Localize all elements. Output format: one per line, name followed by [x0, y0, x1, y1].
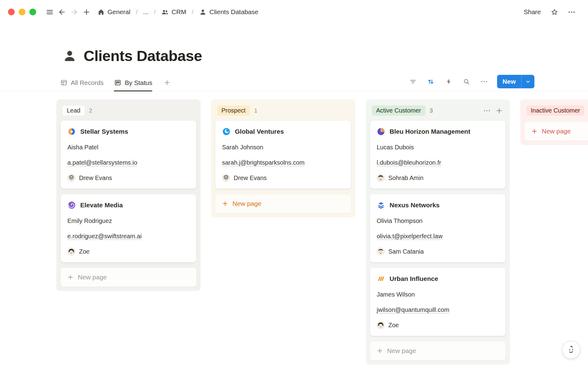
card-urban-influence[interactable]: Urban Influence James Wilson jwilson@qua… — [370, 268, 506, 336]
ellipsis-icon — [480, 78, 488, 86]
card-contact: Olivia Thompson — [377, 217, 499, 225]
view-more-button[interactable] — [479, 77, 489, 86]
card-title: Global Ventures — [235, 128, 284, 135]
plus-icon — [531, 128, 538, 135]
owner-name: Drew Evans — [79, 174, 112, 182]
tab-label: By Status — [125, 79, 152, 86]
back-button[interactable] — [56, 6, 68, 18]
titlebar: General / ... / CRM / Clients Database S… — [0, 0, 588, 24]
new-page-button-lead[interactable]: New page — [61, 268, 196, 287]
close-window-button[interactable] — [8, 9, 15, 15]
breadcrumb-item-clients-database[interactable]: Clients Database — [197, 7, 260, 17]
new-page-button-inactive-customer[interactable]: New page — [525, 122, 588, 141]
page-title: Clients Database — [84, 47, 202, 64]
card-title: Nexus Networks — [390, 201, 439, 209]
breadcrumb-label: CRM — [172, 8, 186, 16]
favorite-button[interactable] — [548, 6, 560, 18]
new-button-dropdown[interactable] — [521, 75, 534, 88]
card-owner: Zoe — [67, 247, 190, 255]
card-email-link[interactable]: l.dubois@bleuhorizon.fr — [377, 159, 499, 167]
new-page-label: New page — [78, 274, 107, 281]
card-title: Elevate Media — [80, 201, 123, 209]
page-person-icon — [62, 49, 77, 63]
avatar-drew-evans — [67, 174, 75, 182]
forward-button[interactable] — [68, 6, 80, 18]
group-pill-active-customer[interactable]: Active Customer — [372, 105, 425, 116]
card-email-link[interactable]: jwilson@quantumquill.com — [377, 306, 499, 314]
group-count: 3 — [430, 107, 433, 114]
chevron-down-icon — [525, 78, 531, 85]
group-count: 2 — [89, 107, 92, 114]
breadcrumb-label: ... — [143, 8, 149, 16]
search-button[interactable] — [462, 77, 471, 86]
card-owner: Zoe — [377, 321, 499, 329]
column-header-active-customer: Active Customer 3 — [370, 104, 506, 121]
plus-icon — [376, 347, 383, 355]
board-view-icon — [114, 79, 122, 86]
new-page-button-prospect[interactable]: New page — [215, 194, 351, 213]
window-more-button[interactable] — [565, 6, 578, 18]
card-email-link[interactable]: e.rodriguez@swiftstream.ai — [67, 232, 190, 240]
column-header-inactive-customer: Inactive Customer — [525, 104, 588, 121]
card-nexus-networks[interactable]: Nexus Networks Olivia Thompson olivia.t@… — [370, 194, 506, 262]
new-tab-button[interactable] — [80, 6, 92, 18]
avatar-zoe — [67, 247, 75, 255]
plus-icon — [82, 8, 91, 16]
breadcrumb-separator: / — [136, 9, 138, 16]
breadcrumb-item-general[interactable]: General — [96, 7, 132, 17]
tab-by-status[interactable]: By Status — [114, 79, 152, 91]
minimize-window-button[interactable] — [19, 9, 25, 15]
card-stellar-systems[interactable]: Stellar Systems Aisha Patel a.patel@stel… — [61, 121, 196, 189]
card-contact: Emily Rodriguez — [67, 217, 190, 225]
card-email-link[interactable]: a.patel@stellarsystems.io — [67, 159, 190, 167]
sidebar-toggle-button[interactable] — [43, 6, 56, 18]
column-more-button[interactable] — [482, 106, 492, 115]
breadcrumb-item-crm[interactable]: CRM — [159, 7, 188, 17]
arrow-left-icon — [58, 8, 66, 16]
card-global-ventures[interactable]: Global Ventures Sarah Johnson sarah.j@br… — [215, 121, 351, 189]
group-pill-lead[interactable]: Lead — [62, 105, 85, 116]
new-page-label: New page — [232, 200, 262, 207]
share-button[interactable]: Share — [521, 6, 543, 17]
sort-icon — [427, 78, 435, 86]
window-controls — [8, 9, 36, 15]
elevate-media-icon — [67, 201, 76, 209]
card-contact: James Wilson — [377, 290, 499, 298]
card-owner: Sam Catania — [377, 247, 499, 255]
lightning-icon — [445, 78, 453, 86]
new-record-button[interactable]: New — [497, 75, 534, 88]
sort-button[interactable] — [426, 77, 436, 86]
zoom-window-button[interactable] — [29, 9, 36, 15]
avatar-drew-evans — [222, 174, 230, 182]
group-pill-inactive-customer[interactable]: Inactive Customer — [526, 105, 584, 116]
star-icon — [550, 8, 559, 16]
owner-name: Sohrab Amin — [388, 174, 424, 182]
cursor-face-button[interactable] — [562, 341, 580, 359]
card-email-link[interactable]: olivia.t@pixelperfect.law — [377, 232, 499, 240]
view-tabs: All Records By Status — [60, 79, 172, 91]
card-elevate-media[interactable]: Elevate Media Emily Rodriguez e.rodrigue… — [61, 194, 196, 262]
breadcrumb-label: General — [107, 8, 130, 16]
card-bleu-horizon-management[interactable]: Bleu Horizon Management Lucas Dubois l.d… — [370, 121, 506, 189]
filter-button[interactable] — [408, 77, 418, 86]
add-view-plus-icon — [163, 79, 171, 86]
tab-all-records[interactable]: All Records — [60, 79, 104, 91]
board-column-lead: Lead 2 Stellar Systems Aisha Patel a.pat… — [56, 99, 201, 291]
column-add-card-button[interactable] — [495, 106, 504, 115]
card-owner: Drew Evans — [67, 174, 190, 182]
column-actions — [482, 106, 504, 115]
urban-influence-icon — [377, 274, 385, 283]
stellar-systems-icon — [67, 127, 76, 136]
card-email-link[interactable]: sarah.j@brightsparksolns.com — [222, 159, 344, 167]
automation-button[interactable] — [444, 77, 454, 86]
breadcrumb-item-ellipsis[interactable]: ... — [141, 7, 150, 17]
owner-name: Zoe — [388, 321, 399, 329]
owner-name: Sam Catania — [388, 247, 424, 255]
column-header-lead: Lead 2 — [61, 104, 196, 121]
group-pill-prospect[interactable]: Prospect — [217, 105, 250, 116]
breadcrumb-separator: / — [192, 9, 194, 16]
owner-name: Drew Evans — [234, 174, 267, 182]
new-page-button-active-customer[interactable]: New page — [370, 341, 506, 360]
add-view-button[interactable] — [163, 79, 172, 91]
board-column-prospect: Prospect 1 Global Ventures Sarah Johnson… — [211, 99, 355, 217]
